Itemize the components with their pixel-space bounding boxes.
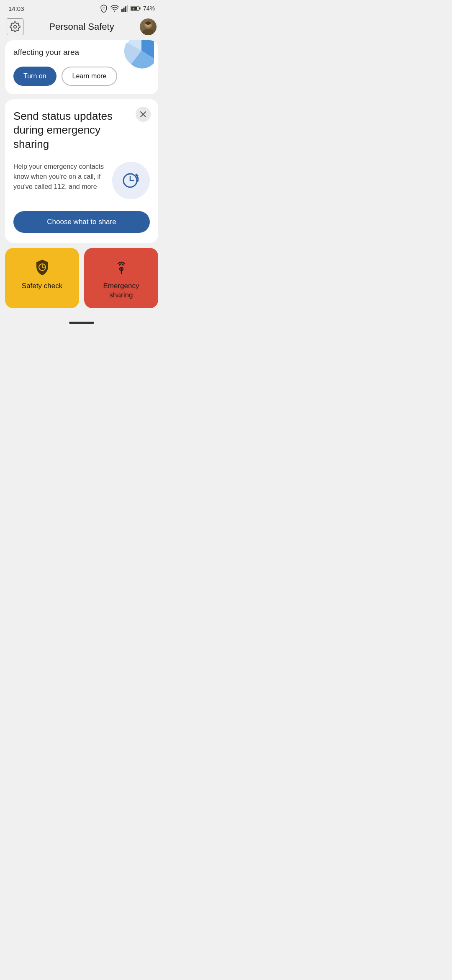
alerts-card: affecting your area Turn on Learn more: [5, 40, 158, 94]
svg-point-11: [142, 29, 154, 35]
shield-status-icon: 🛡: [100, 4, 108, 13]
gear-icon: [10, 21, 21, 32]
wifi-icon: [110, 5, 119, 12]
battery-percentage: 74%: [143, 5, 155, 12]
choose-share-button[interactable]: Choose what to share: [13, 211, 150, 233]
svg-rect-7: [139, 7, 141, 9]
refresh-clock-icon: [120, 170, 142, 191]
emergency-sharing-card: Send status updates during emergency sha…: [5, 99, 158, 243]
safety-check-icon: [33, 258, 51, 276]
svg-rect-5: [127, 5, 128, 12]
battery-icon: ⚡: [131, 5, 141, 11]
avatar-image: [140, 18, 157, 35]
home-bar: [69, 322, 94, 324]
svg-rect-2: [121, 9, 123, 12]
status-bar: 14:03 🛡 ⚡ 74%: [0, 0, 163, 15]
status-icons: 🛡 ⚡ 74%: [100, 4, 155, 13]
svg-rect-4: [125, 6, 126, 12]
settings-button[interactable]: [7, 18, 23, 35]
signal-icon: [121, 5, 128, 12]
svg-point-13: [145, 21, 151, 25]
svg-point-26: [121, 268, 122, 270]
svg-text:🛡: 🛡: [102, 7, 105, 10]
top-bar: Personal Safety: [0, 15, 163, 40]
emergency-sharing-bottom-card[interactable]: Emergency sharing: [84, 248, 158, 308]
emergency-sharing-label: Emergency sharing: [91, 281, 152, 300]
card-title: Send status updates during emergency sha…: [13, 109, 150, 152]
page-title: Personal Safety: [23, 21, 140, 32]
close-button[interactable]: [136, 107, 151, 122]
svg-marker-20: [136, 173, 139, 176]
home-indicator: [0, 318, 163, 325]
main-content: affecting your area Turn on Learn more S…: [0, 40, 163, 243]
turn-on-button[interactable]: Turn on: [13, 67, 56, 86]
emergency-icon: [112, 258, 131, 276]
card-description: Help your emergency contacts know when y…: [13, 162, 105, 192]
status-time: 14:03: [8, 5, 24, 12]
chart-decoration: [112, 40, 154, 77]
close-icon: [140, 111, 146, 118]
svg-text:⚡: ⚡: [132, 7, 135, 10]
refresh-icon-container: [112, 162, 150, 199]
safety-check-label: Safety check: [22, 281, 62, 291]
avatar[interactable]: [140, 18, 157, 35]
svg-point-1: [114, 10, 116, 12]
bottom-cards: Safety check Emergency sharing: [0, 248, 163, 318]
safety-check-card[interactable]: Safety check: [5, 248, 79, 308]
card-body: Help your emergency contacts know when y…: [13, 162, 150, 199]
learn-more-button[interactable]: Learn more: [62, 67, 118, 86]
svg-rect-3: [123, 8, 124, 12]
